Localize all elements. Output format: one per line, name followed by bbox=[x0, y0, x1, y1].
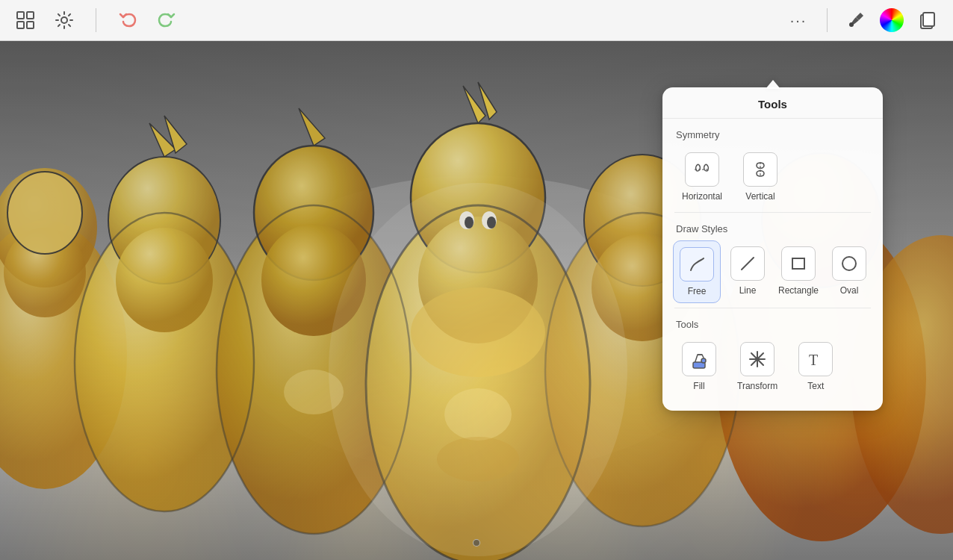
tool-text-button[interactable]: T Text bbox=[789, 336, 842, 397]
color-wheel-icon bbox=[880, 8, 904, 32]
symmetry-horizontal-label: Horizontal bbox=[682, 191, 722, 202]
symmetry-vertical-button[interactable]: Vertical bbox=[734, 146, 786, 208]
svg-rect-7 bbox=[923, 13, 934, 26]
svg-rect-3 bbox=[27, 22, 34, 28]
draw-style-line-label: Line bbox=[739, 285, 757, 296]
tool-text-icon-box: T bbox=[798, 342, 833, 376]
svg-text:T: T bbox=[809, 352, 818, 368]
toolbar-left bbox=[12, 7, 180, 34]
draw-style-oval-button[interactable]: Oval bbox=[825, 240, 873, 302]
svg-point-4 bbox=[61, 17, 67, 23]
draw-styles-row: Free Line Rectangle bbox=[662, 240, 883, 303]
svg-point-13 bbox=[7, 172, 82, 254]
toolbar: ··· bbox=[0, 0, 953, 41]
svg-rect-2 bbox=[17, 22, 24, 28]
popup-title: Tools bbox=[662, 87, 883, 119]
brush-icon bbox=[844, 8, 868, 32]
draw-style-oval-icon-box bbox=[832, 246, 866, 281]
draw-style-free-icon-box bbox=[680, 247, 714, 281]
grid-button[interactable] bbox=[12, 7, 39, 34]
draw-style-line-icon-box bbox=[730, 246, 765, 281]
draw-styles-section-label: Draw Styles bbox=[662, 213, 883, 240]
tool-transform-button[interactable]: Transform bbox=[728, 336, 786, 397]
symmetry-section-label: Symmetry bbox=[662, 119, 883, 146]
canvas-area[interactable]: Tools Symmetry Horizontal bbox=[0, 41, 953, 560]
tools-row: Fill Transform T bbox=[662, 336, 883, 397]
toolbar-right: ··· bbox=[785, 7, 941, 34]
draw-style-rectangle-label: Rectangle bbox=[778, 285, 819, 296]
tool-fill-label: Fill bbox=[693, 381, 704, 391]
svg-rect-1 bbox=[27, 12, 34, 19]
pages-button[interactable] bbox=[914, 7, 941, 34]
tool-text-label: Text bbox=[807, 381, 824, 391]
symmetry-horizontal-button[interactable]: Horizontal bbox=[673, 146, 731, 208]
svg-rect-0 bbox=[17, 12, 24, 19]
tool-transform-icon-box bbox=[740, 342, 774, 376]
color-button[interactable] bbox=[878, 7, 905, 34]
scroll-indicator bbox=[473, 539, 480, 547]
more-dots-icon: ··· bbox=[790, 12, 807, 29]
toolbar-divider bbox=[96, 8, 96, 32]
tool-transform-label: Transform bbox=[737, 381, 777, 391]
svg-line-49 bbox=[742, 258, 754, 270]
popup-arrow bbox=[766, 80, 780, 89]
draw-style-rectangle-button[interactable]: Rectangle bbox=[774, 240, 822, 302]
svg-point-46 bbox=[329, 183, 627, 556]
undo-button[interactable] bbox=[114, 7, 141, 34]
tool-fill-icon-box bbox=[682, 342, 716, 376]
toolbar-right-divider bbox=[827, 8, 828, 32]
tool-fill-button[interactable]: Fill bbox=[673, 336, 725, 397]
more-button[interactable]: ··· bbox=[785, 7, 812, 34]
draw-style-rectangle-icon-box bbox=[781, 246, 816, 281]
svg-point-5 bbox=[849, 22, 854, 27]
tools-popup: Tools Symmetry Horizontal bbox=[662, 87, 883, 411]
svg-rect-50 bbox=[792, 258, 804, 269]
symmetry-horizontal-icon-box bbox=[685, 152, 719, 187]
redo-button[interactable] bbox=[153, 7, 180, 34]
symmetry-vertical-label: Vertical bbox=[745, 191, 774, 202]
svg-point-51 bbox=[842, 257, 856, 270]
tools-section-label: Tools bbox=[662, 308, 883, 336]
draw-style-free-button[interactable]: Free bbox=[673, 240, 721, 303]
draw-style-oval-label: Oval bbox=[840, 285, 859, 296]
symmetry-vertical-icon-box bbox=[743, 152, 777, 187]
draw-style-free-label: Free bbox=[688, 286, 707, 296]
pages-icon bbox=[916, 8, 940, 32]
svg-point-54 bbox=[701, 358, 706, 363]
svg-point-16 bbox=[116, 228, 213, 332]
draw-style-line-button[interactable]: Line bbox=[724, 240, 772, 302]
settings-button[interactable] bbox=[51, 7, 78, 34]
symmetry-row: Horizontal Vertical bbox=[662, 146, 883, 208]
brush-button[interactable] bbox=[842, 7, 869, 34]
